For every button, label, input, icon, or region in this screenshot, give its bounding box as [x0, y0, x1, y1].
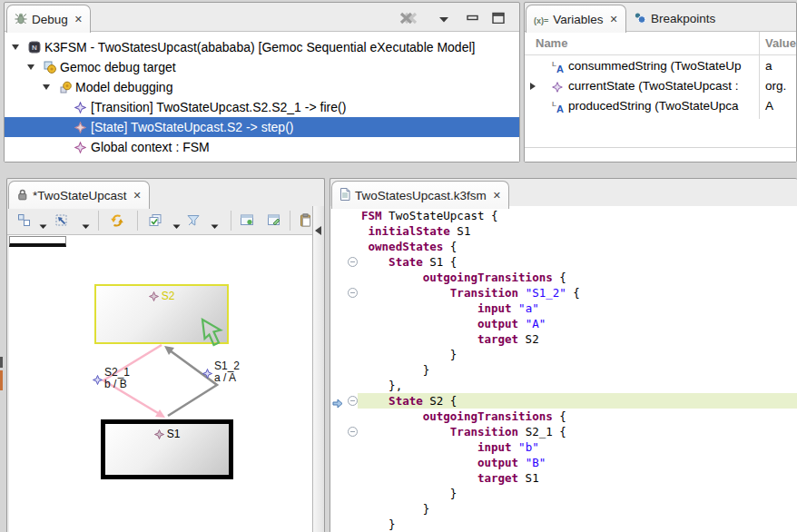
- code-line[interactable]: input "b": [330, 439, 797, 455]
- expand-arrow-icon[interactable]: [27, 64, 34, 70]
- debug-view-tabbar: Debug ✕: [5, 3, 519, 32]
- toolbar-separator: [98, 211, 99, 231]
- variables-view: (x)=Variables✕Breakpoints Name Value LAc…: [524, 2, 797, 163]
- variables-view-tabbar: (x)=Variables✕Breakpoints: [525, 3, 796, 32]
- filter-icon[interactable]: [186, 213, 202, 231]
- expand-arrow-icon[interactable]: [43, 84, 50, 90]
- palette-expand-icon: [315, 226, 321, 235]
- dropdown-icon[interactable]: [39, 217, 47, 233]
- toolbar-separator: [231, 211, 231, 231]
- code-line[interactable]: input "a": [330, 300, 797, 316]
- column-name[interactable]: Name: [536, 36, 567, 50]
- fold-collapse-icon[interactable]: [348, 396, 358, 406]
- code-area[interactable]: FSM TwoStateUpcast { initialState S1 own…: [330, 206, 797, 532]
- transition-label-s2-1[interactable]: S2_1 b / B: [93, 367, 130, 390]
- debug-tree-item[interactable]: Model debugging: [5, 77, 519, 97]
- dropdown-icon[interactable]: [82, 217, 90, 233]
- tree-item-label: Global context : FSM: [91, 140, 210, 154]
- tree-item-label: K3FSM - TwoStatesUpcast(abababa) [Gemoc …: [44, 40, 475, 54]
- code-line[interactable]: target S1: [330, 470, 797, 486]
- variable-name: currentState (TwoStateUpcast :: [568, 79, 739, 93]
- debug-tree-item[interactable]: NK3FSM - TwoStatesUpcast(abababa) [Gemoc…: [5, 37, 519, 57]
- diagram-editor-tabbar: *TwoStateUpcast ✕: [7, 179, 324, 208]
- debug-tree-item[interactable]: [State] TwoStateUpcast.S2 -> step(): [5, 117, 519, 137]
- maximize-icon[interactable]: [492, 11, 505, 27]
- variable-value: A: [765, 99, 773, 113]
- transition-icon: [202, 369, 212, 379]
- code-line[interactable]: output "A": [330, 316, 797, 331]
- fold-collapse-icon[interactable]: [348, 427, 358, 437]
- tab-breakpoints[interactable]: Breakpoints: [626, 5, 723, 33]
- close-icon[interactable]: ✕: [493, 190, 501, 202]
- close-icon[interactable]: ✕: [133, 190, 142, 202]
- code-line[interactable]: ownedStates {: [330, 239, 797, 254]
- breakpoints-tab-icon: [634, 12, 646, 26]
- debug-tree-item[interactable]: Global context : FSM: [5, 137, 519, 157]
- code-line[interactable]: }: [330, 517, 797, 532]
- properties-window-icon[interactable]: [240, 213, 254, 230]
- variable-row[interactable]: currentState (TwoStateUpcast :org.: [525, 76, 796, 96]
- debug-tree-item[interactable]: [Transition] TwoStateUpcast.S2.S2_1 -> f…: [5, 97, 519, 117]
- stack-frame-context-icon: [74, 141, 87, 153]
- code-line[interactable]: target S2: [330, 331, 797, 347]
- variable-row[interactable]: LAconsummedString (TwoStateUpa: [525, 56, 796, 76]
- refresh-icon[interactable]: [109, 213, 124, 232]
- process-icon: [59, 81, 72, 94]
- code-line[interactable]: outgoingTransitions {: [330, 409, 797, 424]
- edit-window-icon[interactable]: [267, 213, 281, 230]
- transition-label-s1-2[interactable]: S1_2 a / A: [202, 360, 240, 384]
- expand-arrow-icon[interactable]: [530, 83, 536, 90]
- code-line[interactable]: initialState S1: [330, 223, 797, 239]
- eclipse-workbench: { "debug_view": { "tab_label": "Debug", …: [0, 0, 797, 532]
- tab-diagram-label: *TwoStateUpcast: [33, 189, 127, 202]
- stack-frame-icon: [74, 101, 87, 113]
- code-line[interactable]: },: [330, 378, 797, 393]
- variable-name: consummedString (TwoStateUp: [568, 59, 742, 73]
- string-variable-icon: LA: [552, 60, 566, 73]
- fold-collapse-icon[interactable]: [348, 257, 358, 267]
- code-line[interactable]: output "B": [330, 455, 797, 470]
- diagram-canvas[interactable]: S2 S1 S2_1 b / B S1_2 a / A: [9, 235, 312, 532]
- code-editor: TwoStatesUpcast.k3fsm ✕ FSM TwoStateUpca…: [330, 178, 797, 532]
- layers-icon[interactable]: [148, 213, 162, 231]
- code-line[interactable]: }: [330, 486, 797, 501]
- code-line[interactable]: outgoingTransitions {: [330, 270, 797, 285]
- code-line[interactable]: FSM TwoStateUpcast {: [330, 208, 797, 223]
- view-menu-icon[interactable]: [438, 11, 449, 27]
- tab-debug-label: Debug: [32, 13, 68, 26]
- fold-collapse-icon[interactable]: [348, 288, 358, 298]
- table-bottom-line: [525, 147, 796, 148]
- code-line[interactable]: State S1 {: [330, 254, 797, 270]
- variable-row[interactable]: LAproducedString (TwoStateUpcaA: [525, 96, 796, 116]
- file-icon: [339, 188, 350, 203]
- tab-diagram-editor[interactable]: *TwoStateUpcast ✕: [8, 181, 150, 209]
- palette-collapsed[interactable]: [312, 206, 324, 532]
- code-line[interactable]: }: [330, 347, 797, 362]
- diagram-toolbar: [7, 206, 312, 235]
- debug-tree-item[interactable]: Gemoc debug target: [5, 57, 519, 77]
- tab-code-editor[interactable]: TwoStatesUpcast.k3fsm ✕: [331, 181, 509, 209]
- remove-all-terminated-icon[interactable]: [398, 11, 418, 29]
- expand-arrow-icon[interactable]: [12, 44, 19, 50]
- minimize-icon[interactable]: [467, 11, 479, 27]
- tab-debug[interactable]: Debug ✕: [6, 5, 91, 33]
- dropdown-icon[interactable]: [172, 217, 181, 233]
- arrange-icon[interactable]: [54, 213, 69, 231]
- code-line[interactable]: Transition "S1_2" {: [330, 285, 797, 300]
- close-icon[interactable]: ✕: [74, 14, 83, 25]
- shapes-icon[interactable]: [17, 213, 31, 231]
- string-variable-icon: LA: [552, 100, 566, 113]
- tab-code-label: TwoStatesUpcast.k3fsm: [355, 189, 487, 202]
- code-line[interactable]: }: [330, 362, 797, 378]
- code-line[interactable]: }: [330, 501, 797, 517]
- column-value[interactable]: Value: [765, 36, 796, 50]
- paste-clipboard-icon[interactable]: [300, 213, 312, 231]
- close-icon[interactable]: ✕: [610, 14, 618, 25]
- tab-variables[interactable]: (x)=Variables✕: [526, 5, 626, 33]
- dropdown-icon[interactable]: [211, 217, 219, 233]
- code-line[interactable]: State S2 {: [330, 393, 797, 409]
- window-edge-mark-orange: [0, 370, 3, 390]
- variables-table: Name Value LAconsummedString (TwoStateUp…: [525, 32, 796, 162]
- code-line[interactable]: Transition S2_1 {: [330, 424, 797, 439]
- cursor-arrow: [202, 320, 221, 345]
